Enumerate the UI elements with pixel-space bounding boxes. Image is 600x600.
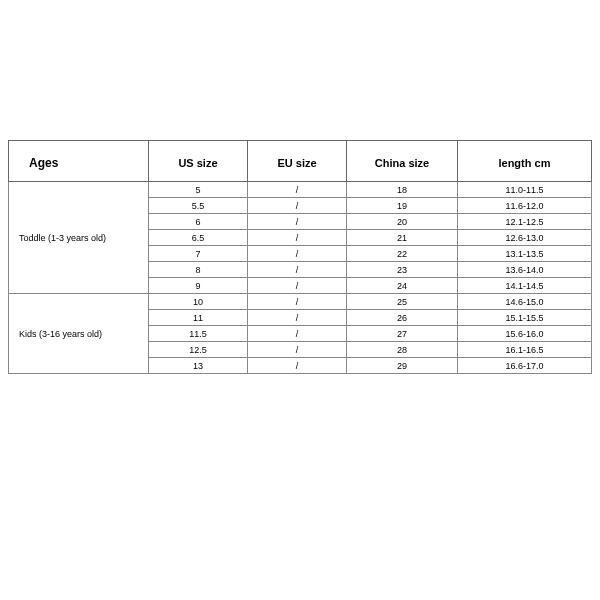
cell-eu: /: [248, 278, 347, 294]
cell-us: 5.5: [148, 198, 247, 214]
cell-us: 13: [148, 358, 247, 374]
cell-eu: /: [248, 310, 347, 326]
cell-length: 16.6-17.0: [457, 358, 591, 374]
cell-us: 5: [148, 182, 247, 198]
cell-eu: /: [248, 182, 347, 198]
cell-us: 12.5: [148, 342, 247, 358]
header-length: length cm: [457, 141, 591, 182]
cell-us: 7: [148, 246, 247, 262]
cell-us: 9: [148, 278, 247, 294]
cell-china: 20: [347, 214, 458, 230]
cell-us: 11.5: [148, 326, 247, 342]
size-chart-table: Ages US size EU size China size length c…: [8, 140, 592, 374]
cell-us: 6.5: [148, 230, 247, 246]
header-china-size: China size: [347, 141, 458, 182]
cell-us: 10: [148, 294, 247, 310]
cell-length: 12.1-12.5: [457, 214, 591, 230]
cell-length: 15.6-16.0: [457, 326, 591, 342]
cell-length: 14.1-14.5: [457, 278, 591, 294]
cell-eu: /: [248, 198, 347, 214]
group-label: Kids (3-16 years old): [9, 294, 149, 374]
cell-length: 12.6-13.0: [457, 230, 591, 246]
cell-length: 14.6-15.0: [457, 294, 591, 310]
cell-eu: /: [248, 230, 347, 246]
table-row: Kids (3-16 years old)10/2514.6-15.0: [9, 294, 592, 310]
cell-length: 13.1-13.5: [457, 246, 591, 262]
cell-length: 16.1-16.5: [457, 342, 591, 358]
cell-us: 11: [148, 310, 247, 326]
cell-eu: /: [248, 214, 347, 230]
cell-eu: /: [248, 262, 347, 278]
cell-length: 13.6-14.0: [457, 262, 591, 278]
cell-eu: /: [248, 246, 347, 262]
cell-china: 24: [347, 278, 458, 294]
cell-eu: /: [248, 358, 347, 374]
cell-eu: /: [248, 326, 347, 342]
cell-china: 18: [347, 182, 458, 198]
cell-china: 26: [347, 310, 458, 326]
cell-us: 8: [148, 262, 247, 278]
cell-china: 29: [347, 358, 458, 374]
cell-length: 11.6-12.0: [457, 198, 591, 214]
cell-eu: /: [248, 294, 347, 310]
table-row: Toddle (1-3 years old)5/1811.0-11.5: [9, 182, 592, 198]
cell-china: 21: [347, 230, 458, 246]
group-label: Toddle (1-3 years old): [9, 182, 149, 294]
header-eu-size: EU size: [248, 141, 347, 182]
cell-us: 6: [148, 214, 247, 230]
cell-china: 19: [347, 198, 458, 214]
cell-eu: /: [248, 342, 347, 358]
cell-length: 15.1-15.5: [457, 310, 591, 326]
cell-china: 23: [347, 262, 458, 278]
header-us-size: US size: [148, 141, 247, 182]
cell-china: 22: [347, 246, 458, 262]
cell-length: 11.0-11.5: [457, 182, 591, 198]
cell-china: 28: [347, 342, 458, 358]
header-ages: Ages: [9, 141, 149, 182]
header-row: Ages US size EU size China size length c…: [9, 141, 592, 182]
cell-china: 27: [347, 326, 458, 342]
cell-china: 25: [347, 294, 458, 310]
